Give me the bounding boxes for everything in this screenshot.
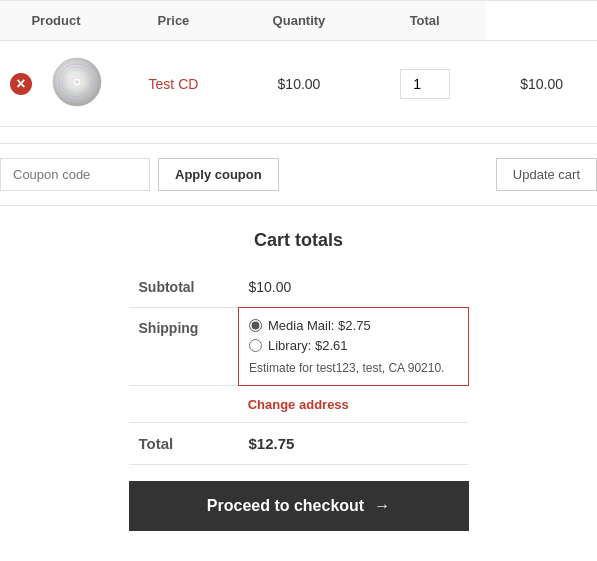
cart-table: Product Price Quantity Total: [0, 0, 597, 127]
shipping-label: Shipping: [129, 308, 239, 386]
shipping-options-cell: Media Mail: $2.75 Library: $2.61 Estimat…: [239, 308, 469, 386]
remove-item-button[interactable]: [10, 73, 32, 95]
shipping-options-list: Media Mail: $2.75 Library: $2.61: [249, 318, 458, 353]
apply-coupon-button[interactable]: Apply coupon: [158, 158, 279, 191]
proceed-to-checkout-button[interactable]: Proceed to checkout →: [129, 481, 469, 531]
shipping-option-library[interactable]: Library: $2.61: [249, 338, 458, 353]
svg-point-6: [75, 80, 79, 84]
shipping-library-label: Library: $2.61: [268, 338, 348, 353]
subtotal-row: Subtotal $10.00: [129, 267, 469, 308]
subtotal-value: $10.00: [239, 267, 469, 308]
product-quantity: [363, 41, 486, 127]
cart-totals-title: Cart totals: [129, 230, 469, 251]
quantity-input[interactable]: [400, 69, 450, 99]
shipping-row: Shipping Media Mail: $2.75 Library: $2.6…: [129, 308, 469, 386]
col-header-total: Total: [363, 1, 486, 41]
checkout-arrow-icon: →: [374, 497, 390, 515]
shipping-radio-library[interactable]: [249, 339, 262, 352]
total-label: Total: [129, 423, 239, 465]
col-header-product: Product: [0, 1, 112, 41]
change-address-link[interactable]: Change address: [248, 397, 349, 412]
total-value: $12.75: [239, 423, 469, 465]
product-image-cell: [42, 41, 112, 127]
coupon-left: Apply coupon: [0, 158, 279, 191]
product-price: $10.00: [235, 41, 363, 127]
change-address-row: Change address: [129, 386, 469, 423]
checkout-btn-label: Proceed to checkout: [207, 497, 364, 515]
subtotal-label: Subtotal: [129, 267, 239, 308]
cart-totals: Cart totals Subtotal $10.00 Shipping Med…: [129, 230, 469, 531]
shipping-radio-media[interactable]: [249, 319, 262, 332]
col-header-quantity: Quantity: [235, 1, 363, 41]
product-name[interactable]: Test CD: [112, 41, 235, 127]
cd-image: [52, 57, 102, 107]
coupon-row: Apply coupon Update cart: [0, 143, 597, 206]
coupon-input[interactable]: [0, 158, 150, 191]
product-link[interactable]: Test CD: [149, 76, 199, 92]
shipping-media-label: Media Mail: $2.75: [268, 318, 371, 333]
shipping-estimate: Estimate for test123, test, CA 90210.: [249, 361, 458, 375]
remove-cell: [0, 41, 42, 127]
update-cart-button[interactable]: Update cart: [496, 158, 597, 191]
product-total: $10.00: [486, 41, 597, 127]
totals-table: Subtotal $10.00 Shipping Media Mail: $2.…: [129, 267, 469, 465]
checkout-button-wrap: Proceed to checkout →: [129, 481, 469, 531]
col-header-price: Price: [112, 1, 235, 41]
table-row: Test CD $10.00 $10.00: [0, 41, 597, 127]
total-row: Total $12.75: [129, 423, 469, 465]
shipping-option-media[interactable]: Media Mail: $2.75: [249, 318, 458, 333]
change-address-cell: Change address: [129, 386, 469, 423]
